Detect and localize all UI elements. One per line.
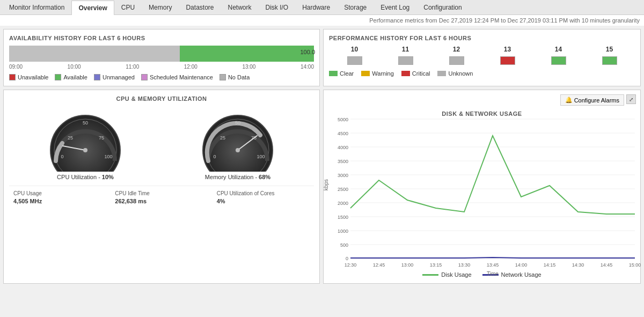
tab-monitor-information[interactable]: Monitor Information (2, 0, 71, 14)
perf-legend-warning-label: Warning (372, 70, 394, 77)
perf-hour-11: 11 (402, 46, 409, 53)
svg-point-8 (83, 148, 87, 152)
main-content: AVAILABILITY HISTORY FOR LAST 6 HOURS 10… (0, 26, 644, 287)
tab-disk-io[interactable]: Disk I/O (259, 0, 296, 14)
tab-network[interactable]: Network (221, 0, 258, 14)
cpu-cores-label: CPU Utilization of Cores (217, 190, 310, 196)
svg-text:50: 50 (83, 120, 88, 126)
axis-label-2: 11:00 (126, 64, 139, 70)
axis-label-0: 09:00 (9, 64, 23, 70)
perf-hour-12: 12 (453, 46, 460, 53)
memory-gauge-wrapper: 0 50 25 75 100 Memory Utilization - 68% (195, 107, 281, 180)
disk-network-chart: 5000 4500 4000 3500 3000 2500 2000 1500 … (350, 119, 635, 259)
svg-text:1000: 1000 (338, 228, 348, 234)
svg-text:2000: 2000 (338, 201, 348, 206)
legend-available-label: Available (63, 74, 87, 80)
axis-label-4: 13:00 (242, 64, 255, 70)
configure-alarms-label: Configure Alarms (574, 97, 619, 104)
svg-text:14:45: 14:45 (601, 262, 613, 268)
perf-hour-15: 15 (606, 46, 613, 53)
legend-unmanaged: Unmanaged (94, 74, 135, 80)
legend-scheduled-maintenance: Scheduled Maintenance (141, 74, 213, 80)
tab-datastore[interactable]: Datastore (179, 0, 221, 14)
perf-legend-unknown-icon (437, 71, 446, 76)
perf-legend-warning-icon (361, 71, 370, 76)
svg-text:50: 50 (235, 120, 240, 126)
perf-legend-clear: Clear (329, 70, 354, 77)
svg-text:100: 100 (104, 154, 112, 159)
perf-legend-clear-label: Clear (340, 70, 354, 77)
perf-col-14: 14 (551, 46, 566, 65)
chart-legend-disk: Disk Usage (422, 271, 471, 278)
disk-legend-line (422, 274, 438, 276)
perf-legend-critical-icon (401, 71, 410, 76)
tab-hardware[interactable]: Hardware (295, 0, 337, 14)
expand-button[interactable]: ⤢ (626, 94, 636, 104)
top-row: AVAILABILITY HISTORY FOR LAST 6 HOURS 10… (3, 29, 641, 86)
svg-text:12:45: 12:45 (373, 262, 385, 268)
svg-point-17 (236, 148, 240, 152)
svg-text:2500: 2500 (338, 187, 348, 192)
cpu-usage-label: CPU Usage (13, 190, 106, 196)
availability-legend: Unavailable Available Unmanaged Schedule… (9, 74, 314, 80)
cpu-gauge-svg: 0 50 25 75 100 (42, 107, 128, 172)
cpu-stat-cores: CPU Utilization of Cores 4% (213, 190, 314, 204)
availability-segment-available (180, 46, 314, 62)
svg-text:0: 0 (61, 154, 63, 159)
disk-chart-title: DISK & NETWORK USAGE (329, 110, 635, 117)
configure-alarms-button[interactable]: 🔔 Configure Alarms (560, 94, 624, 106)
legend-maintenance-label: Scheduled Maintenance (150, 74, 213, 80)
memory-gauge-svg: 0 50 25 75 100 (195, 107, 281, 172)
perf-col-15: 15 (602, 46, 617, 65)
cpu-utilization-value: 10% (102, 174, 114, 180)
availability-segment-nodata (9, 46, 180, 62)
perf-col-10: 10 (347, 46, 362, 65)
perf-hour-14: 14 (555, 46, 562, 53)
svg-text:0: 0 (213, 154, 216, 159)
gauges-row: 0 50 25 75 100 CPU Utilization - 10% (9, 107, 314, 180)
perf-legend-critical: Critical (401, 70, 430, 77)
perf-hour-13: 13 (504, 46, 511, 53)
perf-status-10 (347, 56, 362, 65)
tab-event-log[interactable]: Event Log (374, 0, 416, 14)
axis-label-5: 14:00 (301, 64, 314, 70)
svg-text:500: 500 (340, 242, 348, 248)
svg-text:25: 25 (220, 135, 225, 141)
perf-hour-10: 10 (351, 46, 358, 53)
cpu-stat-usage: CPU Usage 4,505 MHz (9, 190, 111, 204)
cpu-cores-value: 4% (217, 198, 310, 204)
tab-configuration[interactable]: Configuration (416, 0, 469, 14)
legend-nodata-icon (219, 74, 226, 80)
svg-text:5000: 5000 (338, 117, 348, 122)
legend-maintenance-icon (141, 74, 148, 80)
perf-legend-unknown: Unknown (437, 70, 473, 77)
bottom-row: CPU & MEMORY UTILIZATION (3, 90, 641, 284)
perf-legend-unknown-label: Unknown (448, 70, 473, 77)
tab-cpu[interactable]: CPU (114, 0, 142, 14)
cpu-gauge-wrapper: 0 50 25 75 100 CPU Utilization - 10% (42, 107, 128, 180)
svg-text:4500: 4500 (338, 131, 348, 136)
perf-status-13 (500, 56, 515, 65)
legend-unavailable-label: Unavailable (18, 74, 48, 80)
legend-unavailable: Unavailable (9, 74, 48, 80)
disk-network-panel: 🔔 Configure Alarms ⤢ DISK & NETWORK USAG… (323, 90, 641, 284)
cpu-idle-label: CPU Idle Time (115, 190, 208, 196)
performance-panel: PERFORMANCE HISTORY FOR LAST 6 HOURS 10 … (323, 29, 641, 86)
cpu-memory-panel: CPU & MEMORY UTILIZATION (3, 90, 320, 284)
svg-text:13:45: 13:45 (487, 262, 499, 268)
availability-bar (9, 46, 314, 62)
tab-memory[interactable]: Memory (142, 0, 179, 14)
cpu-memory-title: CPU & MEMORY UTILIZATION (9, 95, 314, 102)
legend-unavailable-icon (9, 74, 16, 80)
legend-unmanaged-icon (94, 74, 100, 80)
performance-title: PERFORMANCE HISTORY FOR LAST 6 HOURS (329, 35, 635, 41)
availability-axis: 09:00 10:00 11:00 12:00 13:00 14:00 (9, 64, 314, 70)
svg-text:4000: 4000 (338, 145, 348, 150)
cpu-idle-value: 262,638 ms (115, 198, 208, 204)
cpu-stat-idle: CPU Idle Time 262,638 ms (111, 190, 212, 204)
performance-legend: Clear Warning Critical Unknown (329, 70, 635, 77)
tab-overview[interactable]: Overview (71, 1, 114, 15)
svg-text:0: 0 (346, 256, 348, 261)
cpu-usage-value: 4,505 MHz (13, 198, 106, 204)
tab-storage[interactable]: Storage (337, 0, 374, 14)
